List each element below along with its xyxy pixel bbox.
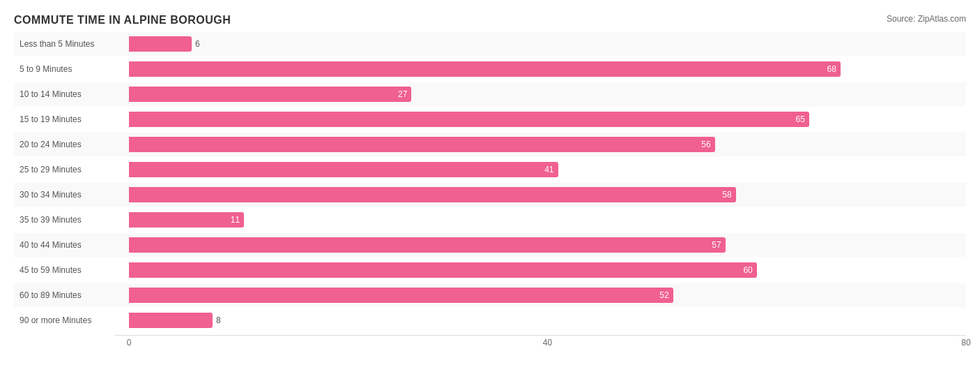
bar-row: 15 to 19 Minutes65 <box>14 107 966 131</box>
bar-value: 6 <box>195 39 200 49</box>
bar-label: 45 to 59 Minutes <box>14 265 129 275</box>
bar-value: 65 <box>795 114 804 124</box>
bar-label: 30 to 34 Minutes <box>14 190 129 200</box>
x-tick: 40 <box>543 338 552 348</box>
bar-fill: 41 <box>129 162 558 177</box>
bar-label: 40 to 44 Minutes <box>14 240 129 250</box>
bar-value: 8 <box>216 315 221 325</box>
bar-track: 57 <box>129 237 966 253</box>
bar-row: 25 to 29 Minutes41 <box>14 158 966 181</box>
x-tick-container: 04080 <box>129 338 966 352</box>
bar-track: 8 <box>129 313 966 328</box>
bar-row: 10 to 14 Minutes27 <box>14 82 966 106</box>
bar-fill: 11 <box>129 212 244 228</box>
bar-fill: 6 <box>129 36 192 52</box>
bar-row: Less than 5 Minutes6 <box>14 32 966 56</box>
bar-fill: 58 <box>129 187 736 202</box>
bar-label: 5 to 9 Minutes <box>14 64 129 74</box>
bar-value: 27 <box>398 89 407 99</box>
bar-label: 10 to 14 Minutes <box>14 89 129 99</box>
bar-track: 56 <box>129 137 966 152</box>
bar-value: 41 <box>544 165 553 174</box>
bar-track: 27 <box>129 87 966 102</box>
bar-fill: 8 <box>129 313 213 328</box>
bar-row: 90 or more Minutes8 <box>14 308 966 332</box>
bar-value: 58 <box>722 190 731 200</box>
bar-value: 57 <box>712 240 721 250</box>
bar-track: 58 <box>129 187 966 202</box>
bar-row: 45 to 59 Minutes60 <box>14 258 966 282</box>
bar-fill: 56 <box>129 137 715 152</box>
x-tick: 0 <box>127 338 132 348</box>
x-axis-line <box>115 335 966 336</box>
source-text: Source: ZipAtlas.com <box>887 14 966 24</box>
bar-row: 5 to 9 Minutes68 <box>14 57 966 81</box>
bar-track: 41 <box>129 162 966 177</box>
bar-value: 56 <box>701 140 710 149</box>
x-axis: 04080 <box>14 338 966 352</box>
bar-fill: 65 <box>129 112 809 127</box>
bar-label: Less than 5 Minutes <box>14 39 129 49</box>
bar-label: 35 to 39 Minutes <box>14 215 129 225</box>
bar-fill: 57 <box>129 237 726 253</box>
bar-value: 68 <box>827 64 836 74</box>
bar-row: 60 to 89 Minutes52 <box>14 283 966 307</box>
bar-row: 40 to 44 Minutes57 <box>14 233 966 257</box>
bar-track: 65 <box>129 112 966 127</box>
bar-value: 52 <box>659 290 668 300</box>
bar-row: 30 to 34 Minutes58 <box>14 183 966 207</box>
bar-label: 15 to 19 Minutes <box>14 114 129 124</box>
bar-fill: 52 <box>129 288 673 303</box>
bar-label: 25 to 29 Minutes <box>14 165 129 174</box>
chart-area: Less than 5 Minutes65 to 9 Minutes6810 t… <box>14 32 966 332</box>
bar-track: 60 <box>129 262 966 278</box>
bar-track: 68 <box>129 61 966 77</box>
bar-track: 52 <box>129 288 966 303</box>
chart-title: COMMUTE TIME IN ALPINE BOROUGH <box>14 14 966 27</box>
bar-row: 35 to 39 Minutes11 <box>14 208 966 232</box>
bar-row: 20 to 24 Minutes56 <box>14 133 966 156</box>
bar-fill: 27 <box>129 87 411 102</box>
chart-container: COMMUTE TIME IN ALPINE BOROUGH Source: Z… <box>0 0 980 365</box>
bar-value: 60 <box>743 265 752 275</box>
bar-value: 11 <box>231 215 240 225</box>
bar-track: 11 <box>129 212 966 228</box>
x-tick: 80 <box>961 338 970 348</box>
bar-label: 90 or more Minutes <box>14 315 129 325</box>
bar-label: 60 to 89 Minutes <box>14 290 129 300</box>
bar-fill: 68 <box>129 61 841 77</box>
bar-fill: 60 <box>129 262 757 278</box>
bar-label: 20 to 24 Minutes <box>14 140 129 149</box>
bar-track: 6 <box>129 36 966 52</box>
